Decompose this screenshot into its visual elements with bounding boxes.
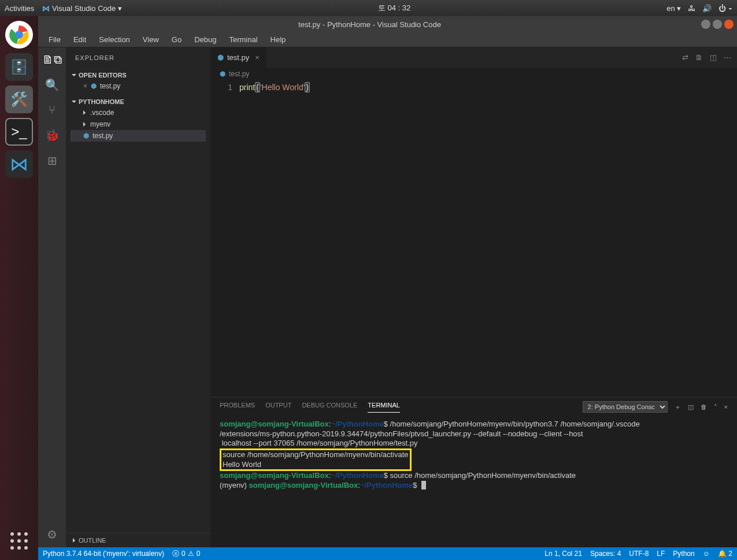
panel-tab-problems[interactable]: PROBLEMS [220,402,255,412]
compare-icon[interactable]: ⇄ [682,53,688,62]
window-title: test.py - PythonHome - Visual Studio Cod… [38,20,701,29]
status-python[interactable]: Python 3.7.4 64-bit ('myenv': virtualenv… [43,550,164,558]
status-spaces[interactable]: Spaces: 4 [590,550,621,558]
python-file-icon: ⬢ [83,132,89,140]
vscode-window: test.py - PythonHome - Visual Studio Cod… [38,16,737,560]
split-editor-icon[interactable]: ◫ [710,53,717,62]
menu-file[interactable]: File [43,34,66,45]
title-bar: test.py - PythonHome - Visual Studio Cod… [38,16,737,32]
vscode-logo-icon: ⋈ [42,4,50,13]
close-icon[interactable]: × [83,82,87,90]
outline-header[interactable]: OUTLINE [66,533,210,547]
activities-button[interactable]: Activities [5,4,34,13]
window-close[interactable] [724,20,734,29]
ubuntu-dock: 🗄️ 🛠️ >_ ⋈ [0,16,38,560]
status-problems[interactable]: ⓧ 0 ⚠ 0 [172,549,200,559]
menu-selection[interactable]: Selection [93,34,135,45]
cursor-block: _ [421,481,425,489]
input-lang[interactable]: en ▾ [666,4,681,13]
new-terminal-icon[interactable]: ＋ [675,403,681,411]
editor-area: ⬢ test.py × ⇄ 🗎 ◫ ⋯ ⬢ test.py [210,47,737,547]
tabs-row: ⬢ test.py × ⇄ 🗎 ◫ ⋯ [210,47,737,68]
status-encoding[interactable]: UTF-8 [629,550,649,558]
gnome-top-bar: Activities ⋈ Visual Studio Code ▾ 토 04 :… [0,0,737,16]
dock-terminal[interactable]: >_ [5,118,33,146]
new-file-icon[interactable]: 🗎 [695,53,703,62]
activity-explorer-icon[interactable]: 🗎⧉ [42,53,62,66]
menu-terminal[interactable]: Terminal [223,34,263,45]
panel-close-icon[interactable]: × [724,403,728,410]
tab-close-icon[interactable]: × [255,53,260,62]
explorer-sidebar: EXPLORER OPEN EDITORS ×⬢test.py PYTHONHO… [66,47,210,547]
file-test-py[interactable]: ⬢test.py [71,130,206,142]
clock[interactable]: 토 04 : 32 [122,3,666,13]
dock-files[interactable]: 🗄️ [5,53,33,81]
dock-chrome[interactable] [5,21,33,49]
tab-test-py[interactable]: ⬢ test.py × [210,47,267,68]
menu-go[interactable]: Go [166,34,187,45]
panel-tab-output[interactable]: OUTPUT [265,402,291,412]
python-file-icon: ⬢ [220,70,225,78]
open-editors-header[interactable]: OPEN EDITORS [71,70,206,80]
panel-tab-terminal[interactable]: TERMINAL [368,402,400,413]
app-menu[interactable]: ⋈ Visual Studio Code ▾ [42,4,122,13]
status-bell-icon[interactable]: 🔔 2 [718,550,732,558]
line-number: 1 [210,80,239,397]
explorer-title: EXPLORER [66,47,210,68]
folder-myenv[interactable]: myenv [71,118,206,130]
window-maximize[interactable] [713,20,722,29]
panel-tab-debug-console[interactable]: DEBUG CONSOLE [302,402,357,412]
chevron-up-icon[interactable]: ˄ [714,403,717,411]
power-icon[interactable]: ⏻ ▾ [719,4,732,13]
network-icon[interactable]: 🖧 [688,4,695,13]
menu-help[interactable]: Help [265,34,292,45]
terminal-output[interactable]: somjang@somjang-VirtualBox:~/PythonHome$… [210,416,737,547]
folder-vscode[interactable]: .vscode [71,107,206,118]
activity-debug-icon[interactable]: 🐞 [45,128,60,142]
menu-debug[interactable]: Debug [188,34,222,45]
status-bar: Python 3.7.4 64-bit ('myenv': virtualenv… [38,547,737,560]
code-editor[interactable]: 1 print('Hello World') [210,80,737,397]
menu-bar: File Edit Selection View Go Debug Termin… [38,32,737,47]
menu-edit[interactable]: Edit [68,34,92,45]
code-token-string: 'Hello World' [260,83,305,92]
activity-scm-icon[interactable]: ⑂ [49,103,55,117]
window-minimize[interactable] [701,20,710,29]
code-token-paren-open: ( [255,82,260,92]
dock-vscode[interactable]: ⋈ [5,150,33,178]
code-token-paren-close: ) [305,82,310,92]
panel: PROBLEMS OUTPUT DEBUG CONSOLE TERMINAL 2… [210,397,737,547]
panel-tabs: PROBLEMS OUTPUT DEBUG CONSOLE TERMINAL 2… [210,398,737,416]
status-feedback-icon[interactable]: ☺ [703,550,710,558]
trash-icon[interactable]: 🗑 [701,403,707,410]
workspace-header[interactable]: PYTHONHOME [71,97,206,107]
python-file-icon: ⬢ [91,82,97,90]
activity-settings-icon[interactable]: ⚙ [47,528,57,542]
activity-extensions-icon[interactable]: ⊞ [47,154,57,168]
activity-search-icon[interactable]: 🔍 [45,78,60,92]
highlighted-output: source /home/somjang/PythonHome/myenv/bi… [220,448,412,471]
volume-icon[interactable]: 🔊 [702,4,712,13]
dock-settings[interactable]: 🛠️ [5,86,33,113]
code-token-fn: print [239,83,255,92]
status-lang[interactable]: Python [673,550,694,558]
activity-bar: 🗎⧉ 🔍 ⑂ 🐞 ⊞ ⚙ [38,47,66,547]
menu-view[interactable]: View [137,34,165,45]
python-file-icon: ⬢ [217,53,224,62]
split-terminal-icon[interactable]: ◫ [688,403,694,411]
dock-apps-grid[interactable] [10,532,28,550]
terminal-selector[interactable]: 2: Python Debug Consc [583,401,668,413]
status-eol[interactable]: LF [657,550,665,558]
open-editor-item[interactable]: ×⬢test.py [71,80,206,92]
breadcrumb[interactable]: ⬢ test.py [210,68,737,80]
status-cursor[interactable]: Ln 1, Col 21 [545,550,582,558]
more-icon[interactable]: ⋯ [724,53,731,62]
